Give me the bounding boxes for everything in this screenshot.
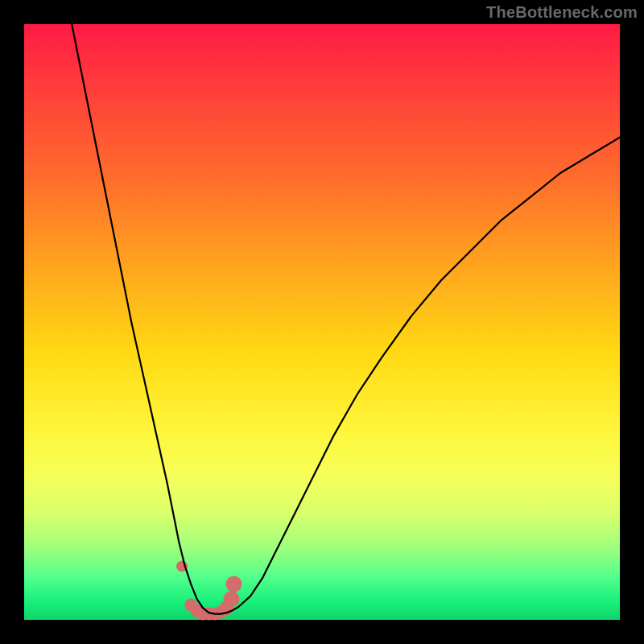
plot-area	[24, 24, 620, 620]
bottleneck-curve	[72, 24, 620, 614]
marker-dot	[224, 591, 240, 607]
chart-frame: TheBottleneck.com	[0, 0, 644, 644]
chart-svg	[24, 24, 620, 620]
watermark-text: TheBottleneck.com	[486, 3, 638, 22]
marker-dot	[225, 576, 242, 592]
